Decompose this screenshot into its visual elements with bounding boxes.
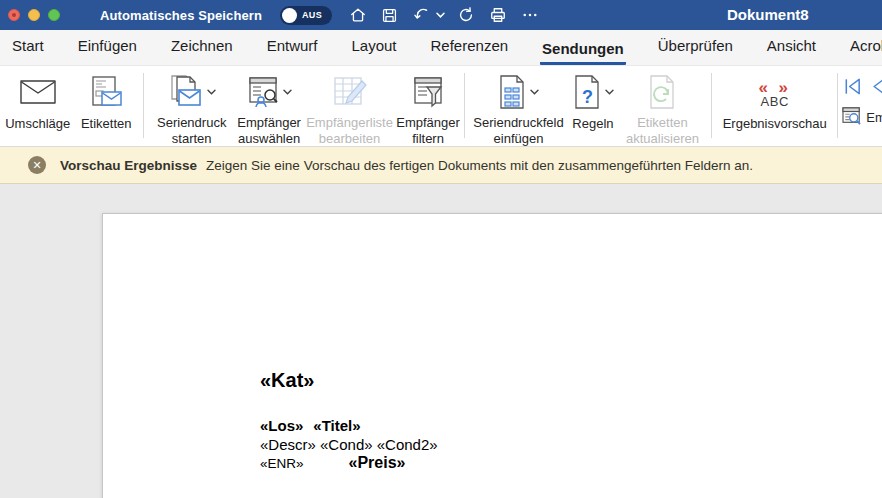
update-labels-icon [647,74,677,114]
find-recipient-icon [842,107,862,128]
select-recipients-button[interactable]: Empfänger auswählen [235,69,303,146]
merge-field-kat[interactable]: «Kat» [260,369,314,392]
document-page[interactable]: «Kat» «Los»«Titel» «Descr» «Cond» «Cond2… [102,213,882,498]
redo-icon[interactable] [454,3,478,27]
notification-bar: ✕ Vorschau Ergebnisse Zeigen Sie eine Vo… [0,147,882,184]
document-title: Dokument8 [727,0,809,30]
merge-field-block: «Los»«Titel» «Descr» «Cond» «Cond2» «ENR… [260,417,438,474]
ribbon-group-separator [837,73,838,138]
tab-sendungen[interactable]: Sendungen [540,40,626,65]
undo-dropdown-chevron[interactable] [436,3,446,27]
preview-results-button[interactable]: « » ABC Ergebnisvorschau [716,69,833,146]
filter-recipients-icon [412,76,444,112]
button-label: Empfänger filtern [396,115,460,146]
word-window: Automatisches Speichern AUS [0,0,882,498]
merge-field-preis[interactable]: «Preis» [349,454,406,471]
tab-einfuegen[interactable]: Einfügen [76,37,139,65]
tab-referenzen[interactable]: Referenzen [429,37,511,65]
dismiss-circle-icon[interactable]: ✕ [28,156,46,174]
chevron-down-icon[interactable] [207,81,216,99]
tab-ansicht[interactable]: Ansicht [765,37,818,65]
document-workspace: «Kat» «Los»«Titel» «Descr» «Cond» «Cond2… [0,184,882,498]
chevron-down-icon[interactable] [283,81,292,99]
find-recipient-button[interactable]: Em [842,107,882,128]
svg-text:?: ? [582,87,593,107]
button-label: Empfänger auswählen [235,115,303,146]
record-navigation-cluster: Em [842,69,882,146]
first-record-icon[interactable] [842,76,863,101]
print-icon[interactable] [486,3,510,27]
preview-results-icon: « » ABC [758,81,791,108]
ribbon-group-separator [143,73,144,138]
button-label: Seriendruckfeld einfügen [469,115,568,146]
merge-field-cond[interactable]: «Cond» [320,436,373,453]
tab-entwurf[interactable]: Entwurf [265,37,320,65]
button-label: Empfängerliste bearbeiten [303,115,396,146]
ribbon-group-separator [464,73,465,138]
rules-icon: ? [572,74,602,114]
notification-title: Vorschau Ergebnisse [60,158,197,173]
start-mail-merge-button[interactable]: Seriendruck starten [148,69,235,146]
envelope-icon [19,78,57,110]
autosave-toggle[interactable]: AUS [280,6,332,25]
insert-merge-field-button[interactable]: Seriendruckfeld einfügen [469,69,568,146]
merge-field-cond2[interactable]: «Cond2» [377,436,438,453]
titlebar: Automatisches Speichern AUS [0,0,882,30]
edit-recipient-list-button: Empfängerliste bearbeiten [303,69,396,146]
ribbon-group-separator [711,73,712,138]
button-label: Regeln [572,116,613,132]
select-recipients-icon [246,75,280,113]
insert-merge-field-icon [497,74,527,114]
autosave-label: Automatisches Speichern [100,8,262,23]
tab-acrobat[interactable]: Acrobat [848,37,882,65]
undo-icon[interactable] [410,3,434,27]
save-icon[interactable] [378,3,402,27]
tab-start[interactable]: Start [10,37,46,65]
toggle-knob [282,8,297,23]
merge-field-titel[interactable]: «Titel» [313,417,360,434]
tab-zeichnen[interactable]: Zeichnen [169,37,235,65]
button-label: Seriendruck starten [148,115,235,146]
tab-layout[interactable]: Layout [349,37,398,65]
edit-recipient-list-icon [332,75,368,113]
button-label: Etiketten [81,116,132,132]
merge-line-los-titel: «Los»«Titel» [260,417,438,436]
ribbon-tab-bar: Start Einfügen Zeichnen Entwurf Layout R… [0,30,882,66]
button-label: Etiketten aktualisieren [618,115,707,146]
merge-field-los[interactable]: «Los» [260,417,303,434]
more-icon[interactable] [518,3,542,27]
merge-line-enr-preis: «ENR»«Preis» [260,454,438,474]
zoom-window-button[interactable] [48,9,60,21]
home-icon[interactable] [346,3,370,27]
labels-envelope-icon [88,76,124,112]
autosave-state: AUS [302,10,322,20]
labels-button[interactable]: Etiketten [73,69,139,146]
minimize-window-button[interactable] [28,9,40,21]
update-labels-button: Etiketten aktualisieren [618,69,707,146]
tab-ueberpruefen[interactable]: Überprüfen [656,37,735,65]
start-mail-merge-icon [168,74,204,114]
button-label: Ergebnisvorschau [723,116,827,132]
rules-button[interactable]: ? Regeln [568,69,618,146]
chevron-down-icon[interactable] [605,81,614,99]
chevron-down-icon[interactable] [530,81,539,99]
find-recipient-label: Em [866,110,882,125]
merge-field-descr[interactable]: «Descr» [260,436,316,453]
notification-message: Zeigen Sie eine Vorschau des fertigen Do… [206,158,753,173]
ribbon: Umschläge Etiketten Seriendruck starten [0,66,882,147]
window-controls [8,9,60,21]
close-window-button[interactable] [8,9,20,21]
envelopes-button[interactable]: Umschläge [2,69,73,146]
merge-field-enr[interactable]: «ENR» [260,456,304,471]
button-label: Umschläge [5,116,70,132]
previous-record-icon[interactable] [869,76,882,101]
merge-line-descr: «Descr» «Cond» «Cond2» [260,436,438,455]
filter-recipients-button[interactable]: Empfänger filtern [396,69,460,146]
